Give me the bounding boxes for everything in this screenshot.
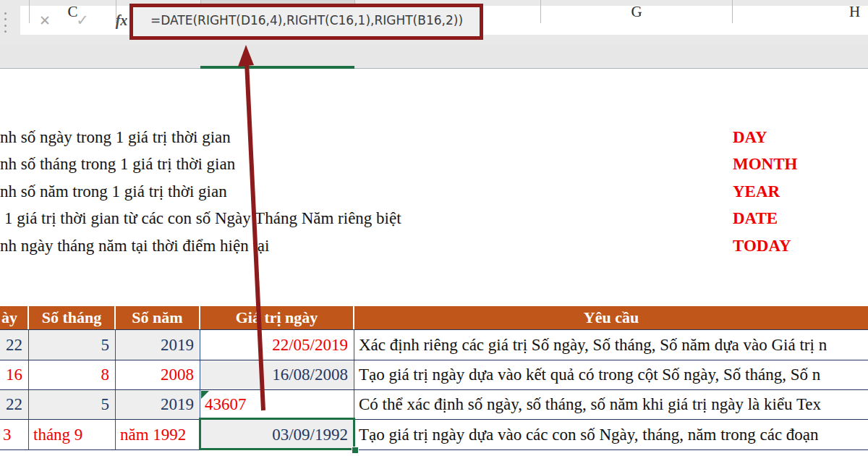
cell-d13[interactable]: 2019 [116, 330, 200, 360]
cell-function-today[interactable]: TODAY [733, 236, 791, 256]
cell-b15[interactable]: 22 [0, 390, 29, 419]
cell-function-year[interactable]: YEAR [733, 182, 780, 202]
cell-b14[interactable]: 16 [0, 360, 29, 389]
table-row: 16 8 2008 16/08/2008 Tạo giá trị ngày dự… [0, 360, 868, 390]
date-values-table: ày Số tháng Số năm Giá trị ngày Yêu cầu … [0, 306, 868, 450]
table-header-gia-tri-ngay[interactable]: Giá trị ngày [200, 306, 354, 329]
fill-handle[interactable] [352, 447, 359, 454]
formula-input[interactable]: =DATE(RIGHT(D16,4),RIGHT(C16,1),RIGHT(B1… [150, 6, 476, 35]
column-header-h[interactable]: H [732, 0, 868, 23]
drag-handle-icon[interactable] [4, 12, 7, 33]
cell-d14[interactable]: 2008 [116, 360, 200, 389]
table-header-yeu-cau[interactable]: Yêu cầu [354, 306, 868, 329]
table-header-row: ày Số tháng Số năm Giá trị ngày Yêu cầu [0, 306, 868, 329]
cell-function-date[interactable]: DATE [733, 208, 778, 229]
column-header-c[interactable]: C [29, 0, 116, 23]
cell-c15[interactable]: 5 [29, 390, 116, 419]
selected-column-underline [200, 66, 354, 69]
cell-b13[interactable]: 22 [0, 330, 29, 360]
cell-description-3[interactable]: nh số năm trong 1 giá trị thời gian [0, 182, 227, 202]
table-row: 22 5 2019 22/05/2019 Xác định riêng các … [0, 330, 868, 360]
cell-f15[interactable]: Có thể xác định số ngày, số tháng, số nă… [354, 390, 868, 419]
column-header-row [0, 45, 868, 69]
selected-cell-outline [199, 418, 355, 450]
cell-e14[interactable]: 16/08/2008 [200, 360, 354, 389]
cell-description-1[interactable]: nh số ngày trong 1 giá trị thời gian [0, 127, 231, 148]
cell-c16[interactable]: tháng 9 [29, 420, 116, 449]
cell-description-5[interactable]: nh ngày tháng năm tại thời điểm hiện tại [0, 236, 269, 256]
cell-e15[interactable]: 43607 [200, 390, 354, 419]
table-header-so-ngay[interactable]: ày [0, 306, 29, 329]
cell-c14[interactable]: 8 [29, 360, 116, 389]
cell-f16[interactable]: Tạo giá trị ngày dựa vào các con số Ngày… [354, 420, 868, 449]
cell-b16[interactable]: 3 [0, 420, 29, 449]
table-header-so-thang[interactable]: Số tháng [29, 306, 116, 329]
cell-f14[interactable]: Tạo giá trị ngày dựa vào kết quả có tron… [354, 360, 868, 389]
table-row: 3 tháng 9 năm 1992 03/09/1992 Tạo giá tr… [0, 420, 868, 450]
cell-description-4[interactable]: 1 giá trị thời gian từ các con số Ngày T… [4, 208, 401, 229]
cell-f13[interactable]: Xác định riêng các giá trị Số ngày, Số t… [354, 330, 868, 360]
cell-function-month[interactable]: MONTH [733, 154, 797, 174]
column-header-g[interactable]: G [540, 0, 732, 23]
error-triangle-icon [201, 391, 209, 399]
cell-description-2[interactable]: nh số tháng trong 1 giá trị thời gian [0, 154, 235, 174]
table-row: 22 5 2019 43607 Có thể xác định số ngày,… [0, 390, 868, 420]
cell-function-day[interactable]: DAY [733, 127, 767, 148]
cell-e13[interactable]: 22/05/2019 [200, 330, 354, 360]
cell-c13[interactable]: 5 [29, 330, 116, 360]
cell-d15[interactable]: 2019 [116, 390, 200, 419]
cell-d16[interactable]: năm 1992 [116, 420, 200, 449]
table-header-so-nam[interactable]: Số năm [116, 306, 200, 329]
